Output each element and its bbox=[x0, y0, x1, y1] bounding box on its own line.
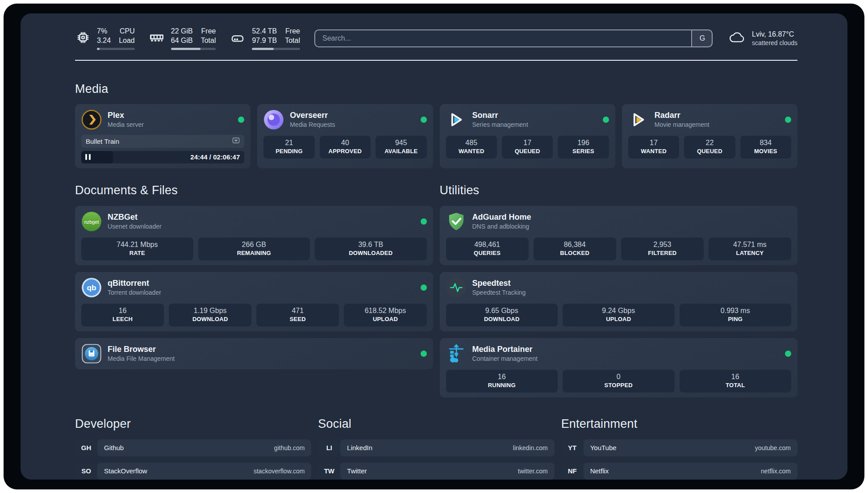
stat-value: 945 bbox=[377, 139, 425, 147]
link-url: linkedin.com bbox=[513, 444, 548, 451]
now-playing-row: Bullet Train bbox=[81, 135, 244, 148]
app-subtitle: DNS and adblocking bbox=[472, 222, 531, 230]
link-row-youtube[interactable]: YT YouTube youtube.com bbox=[561, 439, 797, 456]
stat-value: 17 bbox=[504, 139, 551, 147]
nzbget-card[interactable]: nzbget NZBGet Usenet downloader 744.21 M… bbox=[75, 206, 433, 265]
stat-tile: 21 PENDING bbox=[263, 136, 314, 159]
adguard-card[interactable]: AdGuard Home DNS and adblocking 498,461 … bbox=[440, 206, 798, 265]
link-abbr: NF bbox=[561, 463, 584, 480]
top-bar: 7% 3.24 CPU Load bbox=[75, 27, 797, 50]
stat-value: 86,384 bbox=[535, 241, 614, 249]
stat-tile: 1.19 Gbps DOWNLOAD bbox=[169, 304, 251, 326]
filebrowser-card[interactable]: File Browser Media File Management bbox=[75, 338, 433, 369]
status-online-dot bbox=[421, 218, 427, 225]
plex-logo-icon bbox=[81, 109, 102, 130]
app-name: File Browser bbox=[108, 344, 175, 355]
stat-tile: 86,384 BLOCKED bbox=[534, 238, 616, 260]
pause-icon[interactable] bbox=[85, 154, 91, 160]
stat-tile: 618.52 Mbps UPLOAD bbox=[344, 304, 426, 326]
stat-label: LEECH bbox=[83, 316, 162, 322]
link-name: Twitter bbox=[347, 467, 367, 475]
link-name: YouTube bbox=[590, 444, 617, 451]
ram-total-label: Total bbox=[201, 36, 216, 46]
status-online-dot bbox=[785, 351, 791, 357]
stat-label: APPROVED bbox=[321, 148, 369, 155]
cloud-icon bbox=[728, 29, 747, 48]
link-abbr: TW bbox=[318, 463, 340, 480]
link-url: youtube.com bbox=[755, 444, 791, 451]
app-name: Radarr bbox=[655, 110, 709, 121]
stat-label: RUNNING bbox=[448, 382, 556, 389]
stat-value: 9.65 Gbps bbox=[448, 307, 556, 315]
stat-tile: 485 WANTED bbox=[446, 136, 497, 159]
search-engine-button[interactable]: G bbox=[691, 29, 713, 47]
app-subtitle: Movie management bbox=[655, 121, 709, 129]
speedtest-card[interactable]: Speedtest Speedtest Tracking 9.65 Gbps D… bbox=[440, 272, 798, 331]
disk-free-label: Free bbox=[285, 27, 300, 36]
qbittorrent-card[interactable]: qb qBittorrent Torrent downloader 16 LEE… bbox=[75, 272, 433, 331]
stat-value: 471 bbox=[258, 307, 337, 315]
stat-tile: 498,461 QUERIES bbox=[446, 238, 529, 260]
adguard-logo-icon bbox=[446, 211, 467, 232]
sonarr-card[interactable]: Sonarr Series management 485 WANTED 17 Q… bbox=[440, 104, 615, 168]
stat-value: 0 bbox=[564, 373, 673, 381]
app-subtitle: Media Requests bbox=[290, 121, 335, 129]
sonarr-logo-icon bbox=[446, 109, 467, 130]
disk-stat: 52.4 TB 97.9 TB Free Total bbox=[229, 27, 300, 50]
stat-label: BLOCKED bbox=[535, 250, 614, 256]
stat-value: 22 bbox=[686, 139, 733, 147]
qbittorrent-logo-icon: qb bbox=[81, 277, 102, 298]
stat-tile: 2,953 FILTERED bbox=[621, 238, 704, 260]
app-subtitle: Series management bbox=[472, 121, 528, 129]
stat-value: 17 bbox=[630, 139, 677, 147]
plex-card[interactable]: Plex Media server Bullet Train 24 bbox=[75, 104, 250, 168]
section-title-social: Social bbox=[318, 417, 554, 431]
cpu-usage-label: CPU bbox=[119, 27, 135, 36]
app-name: AdGuard Home bbox=[472, 212, 531, 222]
stat-tile: 744.21 Mbps RATE bbox=[81, 238, 193, 260]
utilities-column: Utilities AdGuard Home bbox=[440, 184, 798, 397]
app-name: NZBGet bbox=[108, 212, 162, 222]
link-row-netflix[interactable]: NF Netflix netflix.com bbox=[561, 463, 797, 480]
playback-progress-bar[interactable]: 24:44 / 02:06:47 bbox=[81, 151, 244, 163]
radarr-card[interactable]: Radarr Movie management 17 WANTED 22 QUE… bbox=[622, 104, 797, 168]
stat-tile: 266 GB REMAINING bbox=[198, 238, 310, 260]
status-online-dot bbox=[785, 117, 791, 123]
link-name: LinkedIn bbox=[347, 444, 372, 451]
stat-tile: 196 SERIES bbox=[558, 136, 609, 159]
radarr-logo-icon bbox=[628, 109, 649, 130]
stat-tile: 16 RUNNING bbox=[446, 370, 558, 393]
link-row-github[interactable]: GH Github github.com bbox=[75, 439, 311, 456]
now-playing-title: Bullet Train bbox=[86, 138, 119, 145]
stat-label: PENDING bbox=[265, 148, 313, 155]
app-window: 7% 3.24 CPU Load bbox=[4, 4, 864, 489]
portainer-card[interactable]: Media Portainer Container management 16 … bbox=[440, 338, 798, 397]
stat-label: STOPPED bbox=[564, 382, 673, 389]
section-title-developer: Developer bbox=[75, 417, 311, 431]
stat-value: 618.52 Mbps bbox=[346, 307, 425, 315]
stat-label: RATE bbox=[83, 250, 192, 256]
overseerr-card[interactable]: Overseerr Media Requests 21 PENDING 40 A… bbox=[257, 104, 433, 168]
link-abbr: SO bbox=[75, 463, 97, 480]
stat-tile: 17 QUEUED bbox=[502, 136, 553, 159]
entertainment-links-column: Entertainment YT YouTube youtube.com NF … bbox=[561, 417, 797, 480]
stat-label: FILTERED bbox=[623, 250, 702, 256]
cast-screen-icon[interactable] bbox=[232, 137, 240, 146]
search-input[interactable] bbox=[314, 29, 713, 47]
stat-label: QUERIES bbox=[448, 250, 527, 256]
stat-value: 1.19 Gbps bbox=[171, 307, 250, 315]
disk-free-value: 52.4 TB bbox=[252, 27, 277, 36]
app-subtitle: Media File Management bbox=[108, 355, 175, 363]
dashboard-page: 7% 3.24 CPU Load bbox=[21, 13, 847, 480]
stat-label: QUEUED bbox=[686, 148, 733, 155]
app-name: Overseerr bbox=[290, 110, 335, 121]
link-row-linkedin[interactable]: LI LinkedIn linkedin.com bbox=[318, 439, 554, 456]
link-row-twitter[interactable]: TW Twitter twitter.com bbox=[318, 463, 554, 480]
link-row-stackoverflow[interactable]: SO StackOverflow stackoverflow.com bbox=[75, 463, 311, 480]
stat-value: 196 bbox=[559, 139, 607, 147]
stat-label: REMAINING bbox=[200, 250, 309, 256]
stat-value: 39.6 TB bbox=[317, 241, 425, 249]
stat-tile: 471 SEED bbox=[256, 304, 339, 326]
app-name: Speedtest bbox=[472, 278, 526, 288]
weather-widget: Lviv, 16.87°C scattered clouds bbox=[728, 29, 797, 48]
